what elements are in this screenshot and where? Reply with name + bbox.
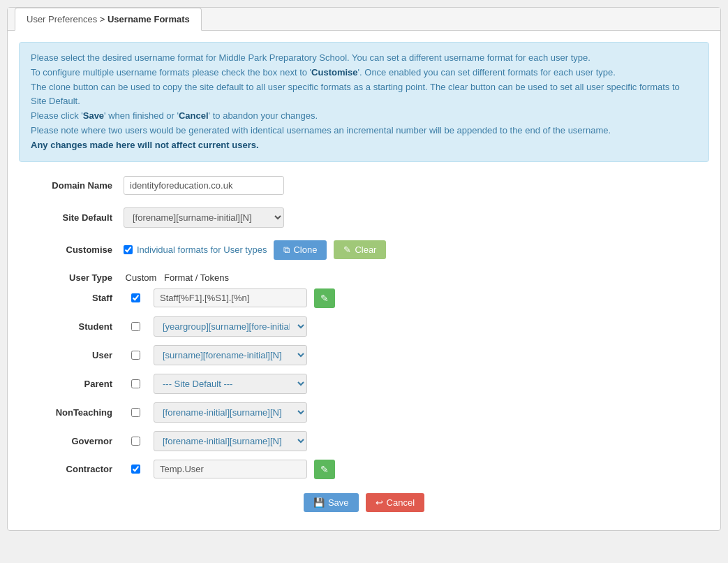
column-headers: Custom Format / Tokens [124, 272, 229, 283]
clone-label: Clone [293, 244, 317, 255]
info-line2: To configure multiple username formats p… [31, 66, 697, 80]
info-line4: Please click 'Save' when finished or 'Ca… [31, 109, 697, 124]
parent-format-select[interactable]: --- Site Default --- [forename][surname-… [154, 374, 307, 394]
student-checkbox[interactable] [131, 322, 140, 331]
cancel-button[interactable]: ↩ Cancel [366, 493, 424, 512]
clone-button[interactable]: ⧉ Clone [274, 240, 327, 260]
contractor-custom-check[interactable] [124, 465, 148, 474]
staff-checkbox[interactable] [131, 293, 140, 302]
user-type-label-student: Student [26, 321, 124, 332]
info-save-bold: Save [83, 110, 104, 121]
info-line5: Please note where two users would be gen… [31, 124, 697, 138]
user-type-label-staff: Staff [26, 293, 124, 303]
contractor-format [154, 460, 307, 478]
user-type-row-user: User [surname][forename-initial][N] [for… [26, 345, 702, 365]
user-custom-check[interactable] [124, 351, 148, 360]
info-cancel-bold: Cancel [179, 110, 209, 121]
main-container: User Preferences > Username Formats Plea… [7, 7, 721, 531]
student-format-select[interactable]: [yeargroup][surname][fore-initial][N] [s… [154, 316, 307, 337]
pencil-icon: ✎ [320, 293, 329, 304]
site-default-row: Site Default [forename][surname-initial]… [26, 207, 702, 228]
user-type-row-contractor: Contractor ✎ [26, 460, 702, 479]
clear-label: Clear [355, 244, 376, 255]
cancel-label: Cancel [387, 497, 415, 508]
governor-format: [forename-initial][surname][N] [surname]… [154, 431, 307, 451]
student-custom-check[interactable] [124, 322, 148, 331]
domain-name-label: Domain Name [26, 180, 124, 191]
col-header-format: Format / Tokens [164, 272, 229, 283]
staff-edit-button[interactable]: ✎ [314, 288, 335, 308]
user-format: [surname][forename-initial][N] [forename… [154, 345, 307, 365]
tab-bar: User Preferences > Username Formats [8, 8, 720, 31]
parent-format: --- Site Default --- [forename][surname-… [154, 374, 307, 394]
user-format-select[interactable]: [surname][forename-initial][N] [forename… [154, 345, 307, 365]
user-type-header-row: User Type Custom Format / Tokens [26, 272, 702, 283]
info-warning: Any changes made here will not affect cu… [31, 138, 697, 153]
customise-label: Customise [26, 244, 124, 255]
contractor-checkbox[interactable] [131, 465, 140, 474]
customise-checkbox[interactable] [124, 245, 133, 254]
clone-icon: ⧉ [283, 244, 290, 256]
save-icon: 💾 [313, 497, 325, 508]
page-content: Please select the desired username forma… [8, 31, 720, 530]
user-type-row-staff: Staff ✎ [26, 288, 702, 308]
user-type-row-governor: Governor [forename-initial][surname][N] … [26, 431, 702, 451]
user-type-row-parent: Parent --- Site Default --- [forename][s… [26, 374, 702, 394]
governor-custom-check[interactable] [124, 437, 148, 446]
user-type-label-nonteaching: NonTeaching [26, 407, 124, 418]
customise-checkbox-text: Individual formats for User types [137, 244, 267, 255]
eraser-icon: ✎ [343, 244, 351, 255]
save-button[interactable]: 💾 Save [304, 493, 359, 512]
col-header-custom: Custom [124, 272, 158, 283]
action-row: 💾 Save ↩ Cancel [26, 493, 702, 519]
form-section: Domain Name Site Default [forename][surn… [19, 176, 709, 519]
domain-name-row: Domain Name [26, 176, 702, 195]
nonteaching-checkbox[interactable] [131, 408, 140, 417]
info-line3: The clone button can be used to copy the… [31, 80, 697, 110]
info-box: Please select the desired username forma… [19, 42, 709, 162]
governor-format-select[interactable]: [forename-initial][surname][N] [surname]… [154, 431, 307, 451]
nonteaching-format-select[interactable]: [forename-initial][surname][N] [surname]… [154, 402, 307, 423]
breadcrumb-current: Username Formats [107, 14, 190, 24]
domain-name-input[interactable] [124, 176, 284, 195]
user-type-row-nonteaching: NonTeaching [forename-initial][surname][… [26, 402, 702, 423]
staff-custom-check[interactable] [124, 293, 148, 302]
site-default-select[interactable]: [forename][surname-initial][N] [surname]… [124, 207, 284, 228]
breadcrumb-separator: > [97, 14, 107, 24]
customise-controls: Individual formats for User types ⧉ Clon… [124, 240, 386, 260]
student-format: [yeargroup][surname][fore-initial][N] [s… [154, 316, 307, 337]
user-type-label-parent: Parent [26, 379, 124, 389]
contractor-format-input[interactable] [154, 460, 307, 478]
customise-row: Customise Individual formats for User ty… [26, 240, 702, 260]
customise-checkbox-label[interactable]: Individual formats for User types [124, 244, 267, 255]
parent-custom-check[interactable] [124, 379, 148, 388]
user-type-label-user: User [26, 350, 124, 360]
nonteaching-format: [forename-initial][surname][N] [surname]… [154, 402, 307, 423]
user-type-row-student: Student [yeargroup][surname][fore-initia… [26, 316, 702, 337]
user-type-label-governor: Governor [26, 436, 124, 446]
save-label: Save [328, 497, 349, 508]
nonteaching-custom-check[interactable] [124, 408, 148, 417]
user-type-label-contractor: Contractor [26, 464, 124, 474]
pencil-icon: ✎ [320, 464, 329, 475]
staff-format-input[interactable] [154, 288, 307, 307]
contractor-edit-button[interactable]: ✎ [314, 460, 335, 479]
site-default-label: Site Default [26, 212, 124, 223]
clear-button[interactable]: ✎ Clear [334, 240, 386, 259]
breadcrumb-parent: User Preferences [27, 14, 97, 24]
tab-username-formats[interactable]: User Preferences > Username Formats [15, 8, 202, 31]
user-type-header-label: User Type [26, 272, 124, 283]
governor-checkbox[interactable] [131, 437, 140, 446]
parent-checkbox[interactable] [131, 379, 140, 388]
staff-format [154, 288, 307, 307]
info-line1: Please select the desired username forma… [31, 51, 697, 66]
cancel-icon: ↩ [376, 497, 383, 508]
user-checkbox[interactable] [131, 351, 140, 360]
info-customise-bold: Customise [311, 67, 357, 78]
